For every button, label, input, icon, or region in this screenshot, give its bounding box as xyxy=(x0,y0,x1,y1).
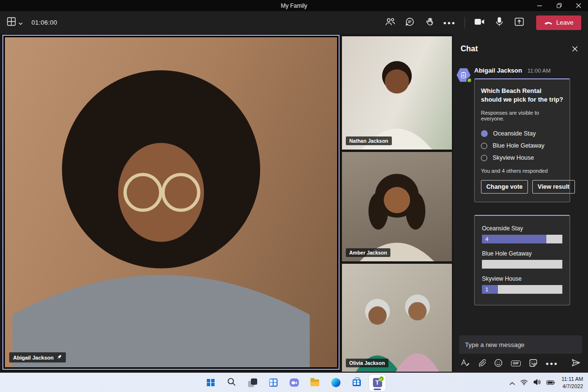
chat-header: Chat xyxy=(453,34,588,56)
teams-app-button[interactable]: T✓ xyxy=(369,375,386,391)
message-timestamp: 11:00 AM xyxy=(527,68,551,74)
system-tray: 11:11 AM 4/7/2022 xyxy=(510,373,585,392)
store-icon xyxy=(353,379,361,386)
two-person-silhouette xyxy=(342,264,452,372)
titlebar: My Family xyxy=(0,0,588,11)
video-tile-amber-jackson[interactable]: Amber Jackson xyxy=(342,152,452,261)
file-explorer-icon xyxy=(310,379,319,386)
call-toolbar: 01:06:00 xyxy=(0,11,588,34)
send-icon xyxy=(571,359,581,368)
tray-date: 4/7/2022 xyxy=(561,383,583,390)
tray-chevron-up-icon[interactable] xyxy=(510,378,515,387)
widgets-button[interactable] xyxy=(265,375,281,391)
gif-button[interactable]: GIF xyxy=(511,361,521,367)
chat-button[interactable] xyxy=(402,15,418,30)
leave-button[interactable]: Leave xyxy=(536,15,581,30)
gif-icon: GIF xyxy=(511,361,521,367)
teams-icon: T✓ xyxy=(373,378,382,387)
store-button[interactable] xyxy=(348,375,365,391)
send-button[interactable] xyxy=(571,359,581,368)
video-tile-nathan-jackson[interactable]: Nathan Jackson xyxy=(342,36,452,150)
close-button[interactable] xyxy=(569,0,588,11)
task-view-button[interactable] xyxy=(244,375,261,391)
file-explorer-button[interactable] xyxy=(307,375,323,391)
message-input[interactable] xyxy=(459,335,582,354)
poll-option-label: Skyview House xyxy=(493,154,534,161)
ellipsis-icon: ●●● xyxy=(443,20,456,26)
chevron-down-icon xyxy=(18,18,23,27)
person-silhouette xyxy=(5,37,337,367)
message-sender: Abigail Jackson xyxy=(474,67,522,74)
format-icon xyxy=(461,359,470,368)
search-button[interactable] xyxy=(223,375,240,391)
active-app-indicator xyxy=(374,389,381,390)
paperclip-icon xyxy=(478,359,486,369)
participant-name-label: Abigail Jackson xyxy=(9,352,66,362)
wifi-icon[interactable] xyxy=(520,378,528,387)
radio-unselected-icon[interactable] xyxy=(481,143,487,149)
result-option-label: Skyview House xyxy=(482,275,562,282)
video-tile-olivia-jackson[interactable]: Olivia Jackson xyxy=(342,264,452,372)
start-button[interactable] xyxy=(202,375,219,391)
chat-close-button[interactable] xyxy=(570,44,580,54)
video-tile-abigail-jackson[interactable]: Abigail Jackson xyxy=(2,35,340,370)
edge-button[interactable] xyxy=(327,375,344,391)
window-title: My Family xyxy=(281,2,308,9)
result-bar-fill: 1 xyxy=(482,285,498,294)
radio-selected-icon[interactable] xyxy=(481,130,488,137)
poll-option[interactable]: Skyview House xyxy=(481,152,563,164)
tray-time: 11:11 AM xyxy=(561,376,583,383)
poll-option[interactable]: Oceanside Stay xyxy=(481,128,563,140)
person-silhouette xyxy=(342,36,452,150)
poll-result-row: Blue Hole Getaway xyxy=(482,250,562,269)
thumbnail-strip: Nathan JacksonAmber JacksonOlivia Jackso… xyxy=(342,36,452,374)
share-screen-icon xyxy=(514,17,524,28)
view-result-button[interactable]: View result xyxy=(532,180,575,194)
participants-button[interactable] xyxy=(382,15,398,30)
battery-icon[interactable] xyxy=(546,378,555,387)
poll-results-card: Oceanside Stay4Blue Hole GetawaySkyview … xyxy=(474,215,570,305)
camera-button[interactable] xyxy=(472,15,488,30)
more-options-button[interactable]: ●●● xyxy=(442,15,458,30)
poll-option-label: Oceanside Stay xyxy=(493,130,536,137)
poll-responded-note: You and 4 others responded xyxy=(481,168,563,174)
taskbar-clock[interactable]: 11:11 AM 4/7/2022 xyxy=(561,376,583,390)
poll-card: Which Beach Rental should we pick for th… xyxy=(474,78,570,202)
emoji-icon xyxy=(494,359,503,369)
person-silhouette xyxy=(342,152,452,261)
poll-result-row: Oceanside Stay4 xyxy=(482,225,562,243)
change-vote-button[interactable]: Change vote xyxy=(481,180,528,194)
chat-app-icon xyxy=(290,378,299,387)
gallery-view-button[interactable] xyxy=(7,17,23,28)
chat-app-button[interactable] xyxy=(286,375,302,391)
participant-name: Abigail Jackson xyxy=(13,355,54,361)
sticker-button[interactable] xyxy=(529,359,538,369)
sticker-icon xyxy=(529,359,538,369)
emoji-button[interactable] xyxy=(494,359,503,369)
poll-options: Oceanside StayBlue Hole GetawaySkyview H… xyxy=(481,128,563,164)
ellipsis-icon: ●●● xyxy=(546,361,558,366)
edge-icon xyxy=(331,378,340,387)
format-button[interactable] xyxy=(461,359,470,368)
video-stage: Abigail Jackson Nathan JacksonAmber Jack… xyxy=(0,34,588,373)
compose-more-button[interactable]: ●●● xyxy=(546,361,558,366)
attach-file-button[interactable] xyxy=(478,359,486,369)
volume-icon[interactable] xyxy=(533,378,541,387)
raise-hand-icon xyxy=(425,17,434,29)
result-option-label: Blue Hole Getaway xyxy=(482,250,562,257)
poll-result-row: Skyview House1 xyxy=(482,275,562,294)
chat-message: ✓ Abigail Jackson 11:00 AM Which Beach R… xyxy=(453,56,588,305)
hang-up-icon xyxy=(544,19,553,26)
raise-hand-button[interactable] xyxy=(422,15,438,30)
radio-unselected-icon[interactable] xyxy=(481,155,487,161)
result-bar-fill: 4 xyxy=(482,235,546,243)
restore-button[interactable] xyxy=(549,0,569,11)
share-screen-button[interactable] xyxy=(511,15,527,30)
microphone-button[interactable] xyxy=(492,15,508,30)
minimize-button[interactable] xyxy=(530,0,549,11)
forms-bot-avatar: ✓ xyxy=(456,68,471,82)
poll-results-list: Oceanside Stay4Blue Hole GetawaySkyview … xyxy=(482,225,562,294)
participant-name-label: Olivia Jackson xyxy=(346,359,388,367)
leave-label: Leave xyxy=(557,19,573,26)
poll-option[interactable]: Blue Hole Getaway xyxy=(481,140,563,152)
